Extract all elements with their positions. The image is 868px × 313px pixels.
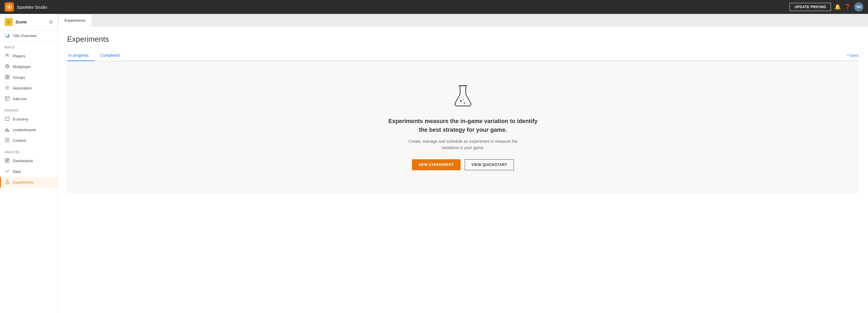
svg-point-30 (7, 183, 7, 183)
svg-rect-8 (5, 75, 7, 77)
sidebar-item-label-dashboards: Dashboards (13, 159, 33, 163)
experiments-icon (5, 179, 10, 185)
sidebar-item-label-players: Players (13, 54, 25, 58)
sidebar-item-multiplayer[interactable]: Multiplayer (0, 61, 58, 72)
svg-rect-27 (5, 161, 7, 163)
svg-rect-11 (7, 77, 9, 79)
sidebar-item-label-experiments: Experiments (13, 180, 34, 184)
sidebar-item-data[interactable]: Data (0, 166, 58, 177)
economy-icon (5, 116, 10, 122)
svg-point-12 (6, 87, 8, 89)
svg-rect-28 (7, 160, 9, 163)
new-experiment-button[interactable]: NEW EXPERIMENT (412, 159, 461, 170)
page-content: Experiments In progress Completed ↗ Docs (58, 27, 868, 313)
app-logo (5, 2, 14, 11)
topnav-right-section: UPDATE PRICING 🔔 ❓ SH (789, 2, 863, 11)
empty-state-actions: NEW EXPERIMENT VIEW QUICKSTART (412, 159, 514, 170)
flask-icon (453, 84, 473, 109)
sub-tab-in-progress[interactable]: In progress (67, 50, 94, 60)
page-title: Experiments (67, 35, 859, 44)
settings-icon[interactable]: ⚙ (49, 20, 53, 25)
sidebar-item-title-overview[interactable]: 📊 Title Overview (0, 30, 58, 41)
sidebar-item-label-automation: Automation (13, 86, 32, 90)
sidebar-item-dashboards[interactable]: Dashboards (0, 155, 58, 166)
sidebar-item-content[interactable]: Content (0, 135, 58, 146)
svg-point-34 (464, 103, 465, 104)
svg-rect-14 (5, 96, 9, 101)
sidebar-item-label-leaderboards: Leaderboards (13, 128, 36, 132)
svg-rect-20 (8, 130, 9, 132)
svg-point-4 (8, 54, 9, 55)
tabs-bar: Experiments (58, 14, 868, 27)
main-layout: Dume ⚙ 📊 Title Overview BUILDPlayersMult… (0, 14, 868, 313)
players-icon (5, 53, 10, 59)
svg-rect-10 (5, 77, 7, 79)
sidebar-item-leaderboards[interactable]: Leaderboards (0, 124, 58, 135)
sidebar-item-label-economy: Economy (13, 117, 28, 121)
svg-point-33 (460, 100, 462, 102)
bar-chart-icon: 📊 (5, 33, 10, 38)
update-pricing-button[interactable]: UPDATE PRICING (789, 3, 831, 11)
svg-point-35 (463, 99, 464, 100)
svg-rect-25 (5, 159, 7, 161)
sub-tabs-row: In progress Completed ↗ Docs (67, 50, 859, 61)
sidebar-section-label-engage: ENGAGE (0, 104, 58, 114)
sub-tab-completed[interactable]: Completed (99, 50, 126, 60)
svg-rect-26 (7, 159, 9, 160)
sidebar-item-label-data: Data (13, 169, 21, 174)
svg-point-13 (5, 86, 9, 90)
empty-state-title: Experiments measure the in-game variatio… (388, 117, 538, 134)
sidebar-sections: BUILDPlayersMultiplayerGroupsAutomationA… (0, 41, 58, 188)
project-selector[interactable]: Dume (5, 18, 27, 26)
svg-rect-9 (7, 75, 9, 77)
sidebar-item-add-ons[interactable]: Add-ons (0, 93, 58, 104)
data-icon (5, 169, 10, 174)
groups-icon (5, 75, 10, 80)
sidebar-item-groups[interactable]: Groups (0, 72, 58, 83)
multiplayer-icon (5, 64, 10, 69)
docs-link[interactable]: ↗ Docs (846, 53, 859, 60)
sidebar-item-label-multiplayer: Multiplayer (13, 64, 31, 69)
sidebar-item-label-content: Content (13, 138, 26, 143)
content-icon (5, 138, 10, 143)
tab-experiments[interactable]: Experiments (58, 14, 92, 27)
empty-state-description: Create, manage and schedule an experimen… (399, 138, 527, 151)
sidebar-item-players[interactable]: Players (0, 51, 58, 61)
sidebar-item-experiments[interactable]: Experiments (0, 177, 58, 188)
top-navigation: Sparkles Studio UPDATE PRICING 🔔 ❓ SH (0, 0, 868, 14)
dashboards-icon (5, 158, 10, 164)
sidebar-section-label-build: BUILD (0, 41, 58, 51)
content-area: Experiments Experiments In progress Comp… (58, 14, 868, 313)
help-icon[interactable]: ❓ (844, 4, 850, 10)
svg-rect-17 (5, 118, 9, 120)
svg-rect-19 (7, 129, 8, 132)
user-avatar[interactable]: SH (854, 2, 863, 11)
automation-icon (5, 85, 10, 91)
sidebar-item-economy[interactable]: Economy (0, 114, 58, 124)
project-name: Dume (16, 20, 27, 24)
svg-point-3 (6, 54, 7, 56)
svg-rect-18 (5, 130, 6, 132)
sidebar-item-label-add-ons: Add-ons (13, 97, 27, 101)
empty-state: Experiments measure the in-game variatio… (67, 61, 859, 193)
sidebar-section-label-analyze: ANALYZE (0, 146, 58, 155)
app-name: Sparkles Studio (17, 5, 787, 9)
sidebar: Dume ⚙ 📊 Title Overview BUILDPlayersMult… (0, 14, 58, 313)
title-overview-label: Title Overview (13, 34, 36, 38)
svg-point-31 (7, 183, 8, 184)
svg-point-2 (8, 21, 9, 23)
view-quickstart-button[interactable]: VIEW QUICKSTART (465, 159, 514, 170)
project-icon (5, 18, 13, 26)
sidebar-item-label-groups: Groups (13, 75, 25, 80)
add-ons-icon (5, 96, 10, 102)
sidebar-header: Dume ⚙ (0, 14, 58, 30)
leaderboards-icon (5, 127, 10, 133)
notifications-icon[interactable]: 🔔 (834, 4, 841, 10)
sidebar-item-automation[interactable]: Automation (0, 83, 58, 93)
